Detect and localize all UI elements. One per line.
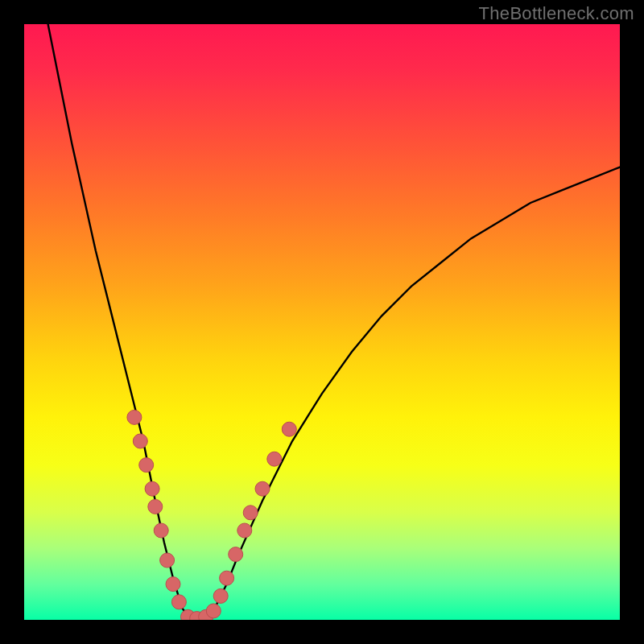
beads-left — [127, 410, 187, 609]
bead — [127, 410, 142, 424]
plot-area — [24, 24, 620, 620]
bead — [206, 604, 221, 618]
curve-path — [48, 24, 620, 620]
bead — [160, 553, 175, 568]
beads-right — [213, 422, 296, 603]
bead — [148, 499, 163, 514]
bead — [145, 481, 159, 496]
bottleneck-chart — [24, 24, 620, 620]
bead — [154, 523, 168, 538]
bead — [213, 588, 228, 603]
bead — [133, 434, 147, 448]
beads-bottom — [181, 604, 221, 620]
bead — [282, 422, 296, 436]
bead — [267, 452, 282, 466]
chart-stage: TheBottleneck.com — [0, 0, 644, 644]
bead — [220, 571, 234, 585]
bead — [229, 547, 243, 562]
watermark-text: TheBottleneck.com — [479, 3, 634, 24]
bead — [171, 595, 186, 609]
bead — [255, 481, 270, 496]
bead — [139, 458, 154, 473]
bead — [237, 523, 252, 538]
bead — [166, 577, 180, 592]
bead — [243, 506, 258, 520]
